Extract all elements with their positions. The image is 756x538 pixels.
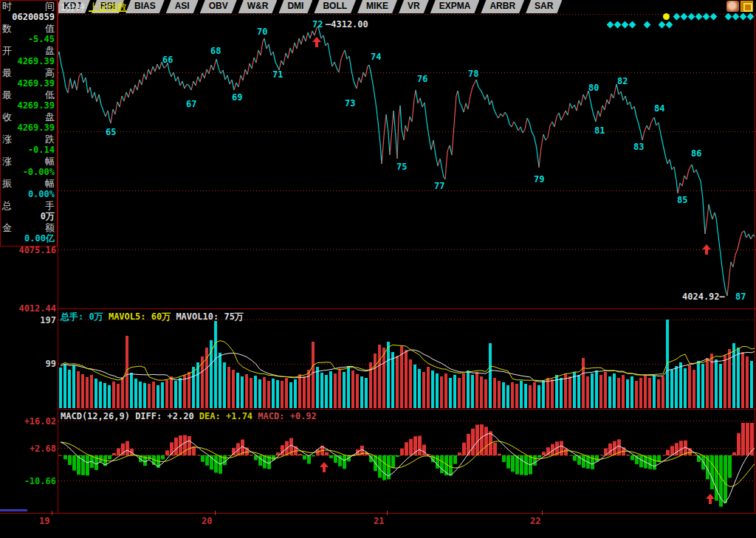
tab-sar[interactable]: SAR: [526, 0, 562, 13]
tab-mike[interactable]: MIKE: [357, 0, 397, 13]
x-axis-label: 21: [374, 516, 384, 526]
x-axis-label: 22: [530, 516, 540, 526]
quote-label: 最低: [1, 89, 57, 100]
quote-value: -0.14: [1, 145, 57, 156]
quote-value: 4269.39: [1, 56, 57, 67]
y-axis-label: +16.02: [0, 416, 56, 427]
macd-header: MACD(12,26,9) DIFF: +2.20 DEA: +1.74 MAC…: [61, 411, 317, 421]
tab-asi[interactable]: ASI: [166, 0, 199, 13]
quote-label: 涨跌: [1, 134, 57, 145]
period-selector[interactable]: 1分钟: [61, 1, 85, 14]
arrow-triangle: [702, 244, 711, 249]
quote-row: 时间06200859: [1, 1, 57, 23]
quote-row: 金额0.00亿: [1, 222, 57, 244]
bottom-left-mark: [0, 509, 27, 511]
point-label: 79: [534, 174, 544, 184]
x-axis-label: 19: [39, 516, 49, 526]
point-label: 74: [371, 52, 381, 62]
quote-label: 总手: [1, 200, 57, 211]
trading-app-window: 时间06200859数值-5.45开盘4269.39最高4269.39最低426…: [0, 0, 756, 538]
window-toolbar-icon[interactable]: [740, 1, 753, 12]
quote-value: 4269.39: [1, 78, 57, 89]
x-axis-tick: [52, 511, 52, 515]
point-label: 73: [345, 98, 355, 108]
tab-obv[interactable]: OBV: [200, 0, 237, 13]
point-label: 76: [417, 74, 427, 84]
price-annotation: 4024.92—: [682, 292, 726, 302]
xaxis-line: [0, 513, 756, 514]
shell-toolbar-icon[interactable]: [726, 1, 739, 12]
quote-label: 收盘: [1, 111, 57, 123]
volume-header-part: 总手: 0万: [61, 311, 109, 322]
window-icon-frame: [743, 3, 752, 12]
macd-header-part: DEA: +1.74: [199, 411, 258, 421]
quote-row: 数值-5.45: [1, 23, 57, 45]
point-label: 86: [691, 148, 701, 159]
quote-label: 涨幅: [1, 156, 57, 167]
quote-value: 4269.39: [1, 100, 57, 111]
tab-arbr[interactable]: ARBR: [481, 0, 524, 13]
tab-wr[interactable]: W&R: [238, 0, 278, 13]
main-volume-divider: [58, 308, 756, 309]
quote-label: 振幅: [1, 178, 57, 189]
volume-header-part: MAVOL10: 75万: [176, 311, 243, 322]
quote-value: -5.45: [1, 34, 57, 45]
signal-dot: [663, 13, 670, 20]
macd-chart[interactable]: [58, 410, 755, 512]
arrow-stem: [705, 249, 708, 255]
arrow-triangle: [312, 37, 321, 42]
tab-expma[interactable]: EXPMA: [430, 0, 480, 13]
point-label: 64: [58, 47, 59, 58]
x-axis-tick: [387, 511, 388, 515]
tab-dmi[interactable]: DMI: [278, 0, 312, 13]
macd-header-part: MACD(12,26,9) DIFF: +2.20: [61, 411, 199, 421]
quote-value: -0.00%: [1, 167, 57, 178]
point-label: 70: [257, 27, 267, 37]
point-label: 75: [396, 162, 407, 172]
quote-row: 振幅0.00%: [1, 178, 57, 200]
point-label: 67: [186, 99, 196, 109]
signal-arrow-icon: [702, 244, 711, 255]
volume-header: 总手: 0万 MAVOL5: 60万 MAVOL10: 75万: [61, 311, 244, 323]
tab-bias[interactable]: BIAS: [126, 0, 165, 13]
point-label: 68: [210, 46, 221, 56]
quote-row: 最高4269.39: [1, 67, 57, 89]
point-label: 84: [654, 103, 664, 114]
y-axis-label: 197: [0, 315, 56, 325]
quote-row: 开盘4269.39: [1, 45, 57, 67]
symbol-link[interactable]: 上证指数: [89, 1, 127, 14]
point-label: 87: [735, 292, 746, 302]
tab-boll[interactable]: BOLL: [314, 0, 356, 13]
arrow-triangle: [320, 462, 329, 467]
signal-arrow-icon: [312, 37, 321, 47]
volume-header-part: MAVOL5: 60万: [109, 311, 176, 322]
point-label: 69: [232, 92, 242, 103]
x-axis-label: 20: [202, 516, 212, 526]
right-plot-border: [755, 13, 755, 513]
y-axis-label: 4075.16: [0, 245, 56, 255]
arrow-stem: [315, 42, 318, 47]
quote-label: 开盘: [1, 45, 57, 56]
main-price-chart[interactable]: 6465666768697071727374757677787980818283…: [58, 13, 756, 308]
arrow-stem: [709, 499, 712, 504]
quote-label: 金额: [1, 222, 57, 233]
volume-chart[interactable]: [58, 310, 755, 409]
point-label: 72: [312, 19, 323, 30]
quote-row: 涨跌-0.14: [1, 134, 57, 156]
tab-vr[interactable]: VR: [399, 0, 429, 13]
y-axis-label: -10.66: [0, 476, 56, 486]
point-label: 82: [617, 76, 628, 86]
price-annotation: —4312.00: [326, 19, 368, 30]
volume-macd-divider: [58, 409, 756, 410]
x-axis-tick: [215, 511, 216, 515]
point-label: 85: [677, 195, 687, 205]
point-label: 83: [633, 142, 644, 152]
quote-value: 0万: [1, 211, 57, 222]
point-label: 81: [594, 125, 605, 136]
quote-label: 最高: [1, 67, 57, 78]
point-label: 65: [106, 127, 116, 137]
quote-value: 0.00亿: [1, 233, 57, 244]
quote-value: 06200859: [1, 12, 57, 23]
y-axis-label: 4012.44: [0, 303, 56, 314]
macd-signal-arrow-icon: [320, 462, 329, 472]
